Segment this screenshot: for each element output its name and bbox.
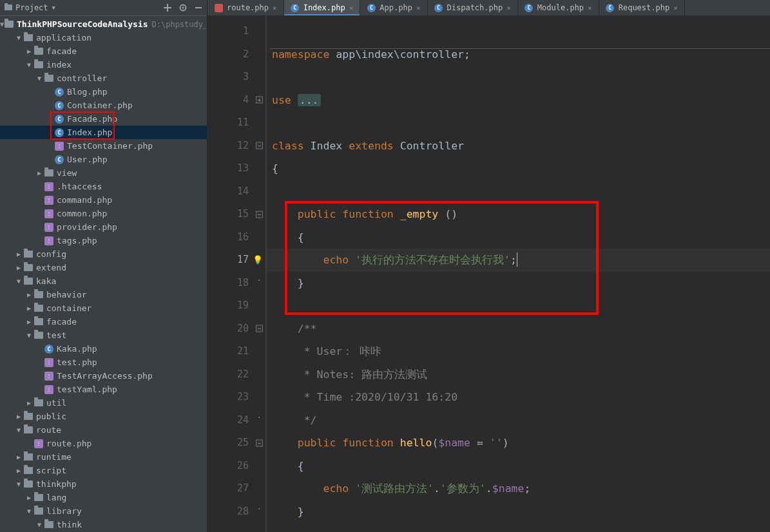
expand-arrow-icon[interactable]: ▼ [24, 61, 34, 68]
fold-collapse-icon[interactable]: − [256, 142, 263, 149]
expand-arrow-icon[interactable]: ▼ [14, 278, 23, 285]
code-line[interactable]: * Time :2020/10/31 16:20 [267, 386, 770, 409]
line-number[interactable]: 3 [207, 66, 265, 89]
tab-bar[interactable]: route.php×CIndex.php×CApp.php×CDispatch.… [207, 0, 770, 16]
tree-item-lang[interactable]: ▶lang [0, 491, 207, 504]
tree-item-extend[interactable]: ▶extend [0, 261, 207, 274]
tab-module-php[interactable]: CModule.php× [518, 0, 599, 15]
code-line[interactable]: namespace app\index\controller; [267, 43, 770, 66]
tree-item-test-php[interactable]: ▶⋮test.php [0, 356, 207, 369]
tree-item-facade[interactable]: ▶facade [0, 315, 207, 328]
line-number[interactable]: 14 [207, 180, 265, 204]
gear-icon[interactable] [178, 3, 188, 12]
tree-item-thinkphpsourcecodeanalysis[interactable]: ▼ThinkPHPSourceCodeAnalysisD:\phpstudy_p… [0, 17, 207, 31]
collapse-icon[interactable] [163, 3, 172, 12]
close-icon[interactable]: × [416, 4, 421, 12]
line-number[interactable]: 24˄ [207, 409, 265, 432]
expand-arrow-icon[interactable]: ▶ [24, 291, 34, 298]
tree-item-thinkphp[interactable]: ▼thinkphp [0, 477, 207, 491]
line-number[interactable]: 12− [207, 135, 265, 158]
line-number[interactable]: 13 [207, 157, 265, 180]
expand-arrow-icon[interactable]: ▶ [24, 399, 34, 406]
tree-item-testcontainer-php[interactable]: ▶⋮TestContainer.php [0, 139, 207, 153]
code-line[interactable]: } [267, 272, 770, 295]
tree-item-config[interactable]: ▶config [0, 247, 207, 261]
minimize-icon[interactable] [194, 3, 203, 12]
expand-arrow-icon[interactable]: ▼ [14, 426, 23, 433]
code-line[interactable]: */ [267, 409, 770, 432]
code-line[interactable]: { [267, 157, 770, 180]
line-number[interactable]: 17💡 [207, 249, 265, 272]
expand-arrow-icon[interactable]: ▶ [24, 318, 34, 325]
code-line[interactable]: * Notes: 路由方法测试 [267, 363, 770, 386]
fold-expand-icon[interactable]: + [256, 97, 263, 104]
line-number[interactable]: 2 [207, 43, 265, 66]
tree-item-index[interactable]: ▼index [0, 58, 207, 71]
tree-item-view[interactable]: ▶view [0, 166, 207, 180]
dropdown-icon[interactable]: ▼ [52, 5, 55, 11]
line-number[interactable]: 11 [207, 111, 265, 135]
tree-item-testarrayaccess-php[interactable]: ▶⋮TestArrayAccess.php [0, 369, 207, 383]
bulb-icon[interactable]: 💡 [253, 249, 263, 272]
expand-arrow-icon[interactable]: ▶ [35, 169, 44, 176]
file-tree[interactable]: ▼ThinkPHPSourceCodeAnalysisD:\phpstudy_p… [0, 16, 207, 532]
code-line[interactable] [267, 20, 770, 43]
expand-arrow-icon[interactable]: ▶ [24, 305, 34, 312]
line-number[interactable]: 26 [207, 455, 265, 478]
tree-item-kaka[interactable]: ▼kaka [0, 274, 207, 288]
close-icon[interactable]: × [506, 4, 511, 12]
line-number[interactable]: 19 [207, 294, 265, 318]
tree-item-runtime[interactable]: ▶runtime [0, 450, 207, 464]
tree-item-route[interactable]: ▼route [0, 423, 207, 437]
expand-arrow-icon[interactable]: ▶ [14, 453, 23, 461]
tree-item-util[interactable]: ▶util [0, 396, 207, 410]
code-line[interactable]: echo '执行的方法不存在时会执行我'; [267, 249, 770, 272]
expand-arrow-icon[interactable]: ▶ [14, 264, 23, 271]
code-content[interactable]: namespace app\index\controller;use ...cl… [267, 16, 770, 532]
tree-item-index-php[interactable]: ▶CIndex.php [0, 126, 207, 139]
tree-item-user-php[interactable]: ▶CUser.php [0, 153, 207, 166]
code-line[interactable]: class Index extends Controller [267, 135, 770, 158]
code-line[interactable] [267, 180, 770, 204]
code-line[interactable]: echo '测试路由方法'.'参数为'.$name; [267, 477, 770, 500]
tab-route-php[interactable]: route.php× [207, 0, 284, 15]
fold-collapse-icon[interactable]: − [256, 211, 263, 218]
tree-item-tags-php[interactable]: ▶⋮tags.php [0, 234, 207, 247]
tree-item-library[interactable]: ▼library [0, 504, 207, 518]
expand-arrow-icon[interactable]: ▼ [14, 480, 23, 488]
line-number[interactable]: 28˄ [207, 500, 265, 524]
code-line[interactable] [267, 66, 770, 89]
expand-arrow-icon[interactable]: ▶ [14, 467, 23, 474]
line-number[interactable]: 20− [207, 318, 265, 341]
tree-item-common-php[interactable]: ▶⋮common.php [0, 207, 207, 220]
line-number[interactable]: 21 [207, 340, 265, 363]
tree-item-provider-php[interactable]: ▶⋮provider.php [0, 220, 207, 234]
line-number[interactable]: 15− [207, 203, 265, 226]
line-gutter[interactable]: 1234+1112−131415−1617💡18˄1920−21222324˄2… [207, 16, 267, 532]
close-icon[interactable]: × [349, 4, 354, 12]
code-line[interactable]: { [267, 226, 770, 249]
tree-item-blog-php[interactable]: ▶CBlog.php [0, 85, 207, 99]
tree-item-kaka-php[interactable]: ▶CKaka.php [0, 342, 207, 356]
tree-item--htaccess[interactable]: ▶⋮.htaccess [0, 180, 207, 193]
line-number[interactable]: 18˄ [207, 272, 265, 295]
expand-arrow-icon[interactable]: ▶ [24, 48, 34, 55]
tab-app-php[interactable]: CApp.php× [360, 0, 427, 15]
expand-arrow-icon[interactable]: ▼ [24, 508, 34, 515]
code-line[interactable] [267, 111, 770, 135]
code-line[interactable]: public function _empty () [267, 203, 770, 226]
expand-arrow-icon[interactable]: ▼ [35, 521, 44, 528]
code-line[interactable]: public function hello($name = '') [267, 432, 770, 455]
tree-item-command-php[interactable]: ▶⋮command.php [0, 193, 207, 207]
line-number[interactable]: 23 [207, 386, 265, 409]
close-icon[interactable]: × [588, 4, 592, 12]
expand-arrow-icon[interactable]: ▼ [24, 332, 34, 339]
tree-item-controller[interactable]: ▼controller [0, 71, 207, 85]
tab-index-php[interactable]: CIndex.php× [284, 0, 361, 15]
line-number[interactable]: 4+ [207, 89, 265, 112]
tab-request-php[interactable]: CRequest.php× [599, 0, 685, 15]
close-icon[interactable]: × [273, 4, 277, 12]
code-line[interactable]: } [267, 500, 770, 524]
line-number[interactable]: 22 [207, 363, 265, 386]
fold-collapse-icon[interactable]: − [256, 439, 263, 446]
